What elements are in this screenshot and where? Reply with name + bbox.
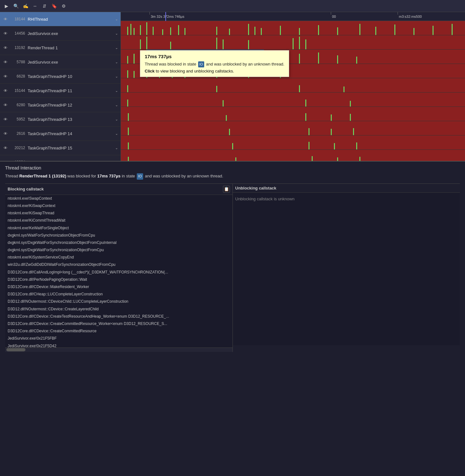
timeline-row-0[interactable] (121, 21, 465, 35)
callstack-item[interactable]: win32u.dll!ZwGdiDdDDIWaitForSynchronizat… (5, 261, 232, 268)
thread-id: 13192 (11, 45, 25, 50)
thread-row[interactable]: 👁 13192 RenderThread 1 ⌄ (0, 41, 121, 55)
thread-row[interactable]: 👁 5788 JediSurvivor.exe ⌄ (0, 55, 121, 69)
copy-callstack-button[interactable]: 📋 (223, 186, 230, 193)
chevron-down-icon[interactable]: ⌄ (115, 117, 118, 121)
chevron-down-icon[interactable]: ⌄ (115, 146, 118, 150)
thread-id: 15144 (11, 88, 25, 93)
thread-name: TaskGraphThreadHP 14 (28, 131, 113, 136)
thread-row[interactable]: 👁 5952 TaskGraphThreadHP 13 ⌄ (0, 112, 121, 127)
unblocking-callstack-header: Unblocking callstack (233, 184, 460, 193)
timeline-row-4[interactable] (121, 78, 465, 93)
thread-row[interactable]: 👁 14456 JediSurvivor.exe ⌄ (0, 26, 121, 41)
thread-id: 5952 (11, 117, 25, 121)
thread-row[interactable]: 👁 20212 TaskGraphThreadHP 15 ⌄ (0, 141, 121, 155)
callstack-item[interactable]: dxgkrnl.sys!DxgkWaitForSynchronizationOb… (5, 239, 232, 246)
eye-icon: 👁 (3, 145, 8, 151)
eye-icon: 👁 (3, 88, 8, 93)
scrollbar-thumb[interactable] (6, 348, 25, 351)
section-title: Thread Interaction (5, 165, 460, 170)
timeline-panel[interactable]: 3m 32s 372ms 746µs 00 m3:s32:ms500 (121, 12, 465, 161)
callstack-item[interactable]: D3D12Core.dll!CDevice::CreateTestResourc… (5, 313, 232, 320)
thread-id: 5788 (11, 60, 25, 64)
callstack-item[interactable]: JediSurvivor.exe!0x21F5FBF (5, 335, 232, 342)
thread-name: TaskGraphThreadHP 16 (28, 160, 113, 161)
toolbar: ▶ 🔍 ✍ ↔ ⇵ 🔖 ⚙ (0, 0, 465, 12)
thread-row[interactable]: 👁 2616 TaskGraphThreadHP 14 ⌄ (0, 127, 121, 141)
callstack-item[interactable]: ntoskrnl.exe!SwapContext (5, 195, 232, 202)
timeline-row-7[interactable] (121, 121, 465, 135)
tooltip-body: Thread was blocked in state IO and was u… (145, 61, 284, 67)
callstack-item[interactable]: D3D12.dll!NOutermost::CDeviceChild::LUCC… (5, 298, 232, 305)
thread-list: 👁 18144 RHIThread ⌄ 👁 14456 JediSurvivor… (0, 12, 121, 161)
cursor-icon[interactable]: ▶ (3, 2, 10, 10)
callstack-item[interactable]: D3D12Core.dll!CDevice::CreateCommittedRe… (5, 328, 232, 335)
tooltip-click-line: Click to view blocking and unblocking ca… (145, 69, 284, 73)
timeline-row-9[interactable] (121, 150, 465, 161)
callstack-item[interactable]: D3D12Core.dll!CHeap::LUCCompleteLayerCon… (5, 291, 232, 298)
callstack-item[interactable]: dxgkrnl.sys!DxgkWaitForSynchronizationOb… (5, 246, 232, 254)
timeline-row-5[interactable] (121, 93, 465, 107)
thread-row[interactable]: 👁 18144 RHIThread ⌄ (0, 12, 121, 26)
callstack-item[interactable]: D3D12Core.dll!PerNodePagingOperation::Wa… (5, 276, 232, 283)
chevron-down-icon[interactable]: ⌄ (115, 103, 118, 107)
callstack-item[interactable]: ntoskrnl.exe!KeWaitForSingleObject (5, 224, 232, 232)
tooltip[interactable]: 17ms 737µs Thread was blocked in state I… (140, 50, 289, 77)
thread-row[interactable]: 👁 6280 TaskGraphThreadHP 12 ⌄ (0, 98, 121, 112)
sort-icon[interactable]: ⇵ (41, 2, 48, 10)
chevron-down-icon[interactable]: ⌄ (115, 31, 118, 36)
callstack-item[interactable]: ntoskrnl.exe!KiSystemServiceCopyEnd (5, 254, 232, 261)
timeline-row-8[interactable] (121, 135, 465, 150)
timeline-ruler: 3m 32s 372ms 746µs 00 m3:s32:ms500 (121, 12, 465, 21)
thread-info-line: Thread RenderThread 1 (13192) was blocke… (5, 173, 460, 180)
thread-name: TaskGraphThreadHP 13 (28, 117, 113, 122)
tooltip-text-after: and was unblocked by an unknown thread. (206, 62, 284, 66)
thread-id: 20212 (11, 146, 25, 150)
callstack-item[interactable]: D3D12Core.dll!CallAndLogImpl<long (__cde… (5, 269, 232, 276)
thread-name: JediSurvivor.exe (28, 60, 113, 65)
thread-row[interactable]: 👁 6628 TaskGraphThreadHP 10 ⌄ (0, 69, 121, 84)
callstack-item[interactable]: dxgkrnl.sys!WaitForSynchronizationObject… (5, 232, 232, 239)
blocking-callstack-scroll[interactable]: ntoskrnl.exe!SwapContext ntoskrnl.exe!Ki… (5, 195, 232, 348)
unblocking-callstack-panel: Unblocking callstack Unblocking callstac… (233, 184, 460, 352)
chevron-down-icon[interactable]: ⌄ (115, 74, 118, 79)
io-state-badge: IO (198, 61, 205, 67)
chevron-down-icon[interactable]: ⌄ (115, 60, 118, 64)
callstack-item[interactable]: ntoskrnl.exe!KiCommitThreadWait (5, 217, 232, 224)
timeline-row-1[interactable] (121, 35, 465, 50)
thread-row[interactable]: 👁 19224 TaskGraphThreadHP 16 ⌄ (0, 155, 121, 161)
callstack-item[interactable]: ntoskrnl.exe!KiSwapThread (5, 210, 232, 217)
eye-icon: 👁 (3, 59, 8, 65)
callstack-item[interactable]: D3D12Core.dll!CDevice::CreateCommittedRe… (5, 320, 232, 328)
tooltip-click-text: to view blocking and unblocking callstac… (156, 69, 234, 73)
callstack-item[interactable]: JediSurvivor.exe!0x21F5D42 (5, 342, 232, 348)
horizontal-scrollbar[interactable] (5, 348, 232, 352)
search-icon[interactable]: 🔍 (12, 2, 20, 10)
thread-row[interactable]: 👁 15144 TaskGraphThreadHP 11 ⌄ (0, 84, 121, 98)
thread-info-duration: 17ms 737µs (97, 174, 121, 178)
ruler-tick-2: m3:s32:ms500 (398, 12, 422, 21)
ruler-tick-1: 00 (331, 12, 336, 21)
blocking-callstack-header: Blocking callstack 📋 (5, 184, 232, 195)
thread-name: RHIThread (28, 17, 113, 22)
range-icon[interactable]: ↔ (31, 2, 39, 10)
unblocking-callstack-text: Unblocking callstack is unknown (233, 193, 460, 205)
hand-icon[interactable]: ✍ (22, 2, 29, 10)
chevron-down-icon[interactable]: ⌄ (115, 89, 118, 93)
callstack-item[interactable]: ntoskrnl.exe!KiSwapContext (5, 202, 232, 210)
gear-icon[interactable]: ⚙ (60, 2, 67, 10)
unblocking-callstack-scroll[interactable]: Unblocking callstack is unknown (233, 193, 460, 345)
chevron-down-icon[interactable]: ⌄ (115, 17, 118, 21)
thread-id: 14456 (11, 31, 25, 36)
eye-icon: 👁 (3, 102, 8, 108)
chevron-down-icon[interactable]: ⌄ (115, 46, 118, 50)
chevron-down-icon[interactable]: ⌄ (115, 132, 118, 136)
chevron-down-icon[interactable]: ⌄ (115, 160, 118, 161)
blocking-callstack-panel: Blocking callstack 📋 ntoskrnl.exe!SwapCo… (5, 184, 233, 352)
timeline-row-6[interactable] (121, 107, 465, 121)
bookmark-icon[interactable]: 🔖 (50, 2, 58, 10)
io-state-badge-2: IO (137, 173, 143, 180)
eye-icon: 👁 (3, 73, 8, 79)
callstack-item[interactable]: D3D12Core.dll!CDevice::MakeResident_Work… (5, 283, 232, 291)
callstack-item[interactable]: D3D12.dll!NOutermost::CDevice::CreateLay… (5, 306, 232, 313)
